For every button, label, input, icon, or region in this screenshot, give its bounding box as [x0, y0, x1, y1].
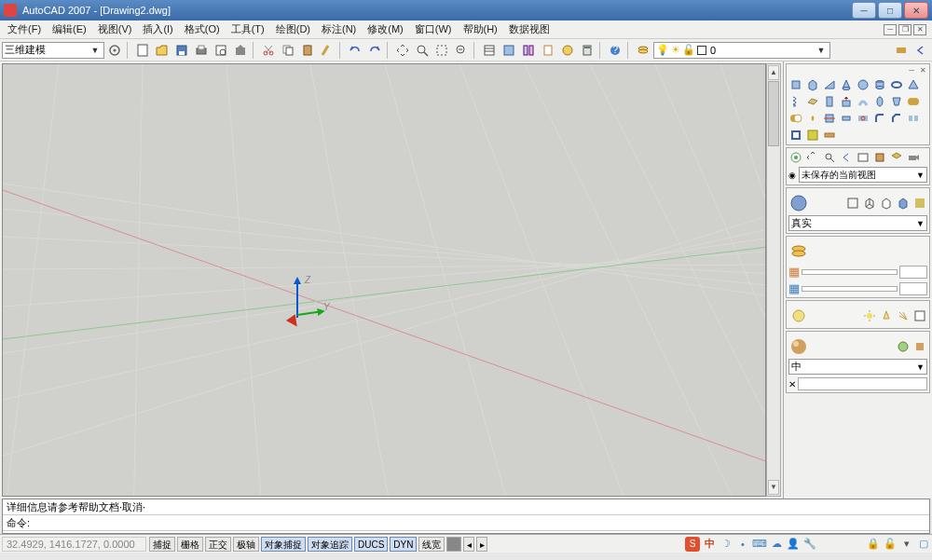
named-views-icon[interactable] [856, 150, 870, 165]
tray-tri-icon[interactable]: ▾ [899, 537, 914, 552]
layout-nav-2[interactable]: ▸ [476, 537, 487, 552]
slider-1[interactable] [802, 269, 898, 275]
scroll-up-button[interactable]: ▲ [768, 65, 779, 80]
polysolid-icon[interactable] [788, 77, 803, 92]
paste-icon[interactable] [298, 41, 317, 60]
extrude-icon[interactable] [822, 94, 837, 109]
cut-icon[interactable] [259, 41, 278, 60]
grid-toggle[interactable]: 栅格 [177, 537, 203, 552]
ime-person-icon[interactable]: 👤 [786, 537, 801, 552]
vs-manage-icon[interactable] [912, 196, 927, 211]
cylinder-icon[interactable] [872, 77, 887, 92]
new-icon[interactable] [133, 41, 152, 60]
menu-window[interactable]: 窗口(W) [409, 20, 458, 38]
vs-2d-icon[interactable] [845, 196, 860, 211]
markup-icon[interactable] [558, 41, 577, 60]
vertical-scrollbar[interactable]: ▲ ▼ [766, 63, 781, 497]
menu-view[interactable]: 视图(V) [92, 20, 138, 38]
snap-toggle[interactable]: 捕捉 [149, 537, 175, 552]
visual-style-icon[interactable] [788, 193, 809, 213]
list-icon-2[interactable]: ▦ [788, 281, 800, 295]
subtract-icon[interactable] [788, 111, 803, 126]
slice-icon[interactable] [822, 111, 837, 126]
lwt-toggle[interactable]: 线宽 [418, 537, 445, 552]
workspace-gear-icon[interactable] [105, 41, 124, 60]
mat-browser-icon[interactable] [896, 339, 911, 354]
vs-realistic-icon[interactable] [896, 196, 911, 211]
ime-lang[interactable]: 中 [702, 537, 717, 552]
pyramid-icon[interactable] [906, 77, 921, 92]
quickcalc-icon[interactable] [578, 41, 596, 60]
coordinates-display[interactable]: 32.4929, 1416.1727, 0.0000 [2, 537, 146, 552]
ducs-toggle[interactable]: DUCS [354, 537, 388, 552]
imprint-icon[interactable] [856, 111, 870, 126]
menu-edit[interactable]: 编辑(E) [47, 20, 92, 38]
intersect-icon[interactable] [805, 111, 820, 126]
distant-light-icon[interactable] [896, 308, 911, 323]
layers-icon[interactable] [788, 241, 809, 262]
zoom-icon[interactable] [413, 41, 432, 60]
publish-icon[interactable] [231, 41, 250, 60]
3dzoom-icon[interactable] [822, 150, 837, 165]
thicken-icon[interactable] [839, 111, 854, 126]
layer-match-icon[interactable] [892, 41, 911, 60]
slider-2-value[interactable] [899, 282, 927, 295]
osnap-toggle[interactable]: 对象捕捉 [261, 537, 306, 552]
revolve-icon[interactable] [872, 94, 887, 109]
slider-1-value[interactable] [899, 266, 927, 279]
radio-icon[interactable]: ◉ [788, 171, 796, 180]
redo-icon[interactable] [365, 41, 384, 60]
separate-icon[interactable] [906, 111, 921, 126]
fillet-edge-icon[interactable] [872, 111, 887, 126]
polar-toggle[interactable]: 极轴 [233, 537, 259, 552]
undo-icon[interactable] [346, 41, 364, 60]
loft-icon[interactable] [889, 94, 904, 109]
zoom-window-icon[interactable] [432, 41, 451, 60]
preview-icon[interactable] [212, 41, 230, 60]
orbit-icon[interactable] [788, 150, 803, 165]
tray-cleanscreen-icon[interactable]: ▢ [916, 537, 931, 552]
light-list-icon[interactable] [912, 308, 927, 323]
layout-nav[interactable]: ◂ [463, 537, 474, 552]
menu-dimension[interactable]: 标注(N) [316, 20, 362, 38]
box-icon[interactable] [805, 77, 820, 92]
ortho-toggle[interactable]: 正交 [205, 537, 231, 552]
match-icon[interactable] [318, 41, 336, 60]
pan-icon[interactable] [393, 41, 412, 60]
spotlight-icon[interactable] [879, 308, 894, 323]
properties-icon[interactable] [480, 41, 499, 60]
visual-style-dropdown[interactable]: 真实 ▼ [788, 215, 927, 231]
palette-minimize-icon[interactable]: ─ [907, 66, 916, 75]
flatshot-icon[interactable] [822, 128, 837, 143]
torus-icon[interactable] [889, 77, 904, 92]
sheet-set-icon[interactable] [539, 41, 557, 60]
sphere-icon[interactable] [856, 77, 870, 92]
doc-minimize-button[interactable]: ─ [884, 24, 897, 35]
close-x-icon[interactable]: ✕ [788, 379, 796, 389]
material-input[interactable] [798, 377, 927, 390]
ime-icon[interactable]: S [685, 537, 700, 552]
copy-icon[interactable] [279, 41, 297, 60]
cone-icon[interactable] [839, 77, 854, 92]
close-button[interactable]: ✕ [904, 2, 928, 19]
open-icon[interactable] [153, 41, 171, 60]
ime-tool-icon[interactable]: 🔧 [802, 537, 817, 552]
vs-hidden-icon[interactable] [879, 196, 894, 211]
mat-attach-icon[interactable] [912, 339, 927, 354]
wedge-icon[interactable] [822, 77, 837, 92]
comm-icon[interactable]: 🔒 [866, 537, 881, 552]
menu-dataview[interactable]: 数据视图 [503, 20, 555, 38]
minimize-button[interactable]: ─ [852, 2, 876, 19]
ime-cloud-icon[interactable]: ☁ [769, 537, 784, 552]
material-dropdown[interactable]: 中 ▼ [788, 359, 927, 375]
tool-palettes-icon[interactable] [519, 41, 538, 60]
palette-close-icon[interactable]: ✕ [918, 66, 927, 75]
menu-insert[interactable]: 插入(I) [137, 20, 178, 38]
helix-icon[interactable] [788, 94, 803, 109]
menu-draw[interactable]: 绘图(D) [270, 20, 316, 38]
ime-moon-icon[interactable]: ☽ [719, 537, 733, 552]
scroll-track[interactable] [767, 81, 780, 479]
design-center-icon[interactable] [500, 41, 518, 60]
zoom-prev-icon[interactable] [452, 41, 471, 60]
union-icon[interactable] [906, 94, 921, 109]
